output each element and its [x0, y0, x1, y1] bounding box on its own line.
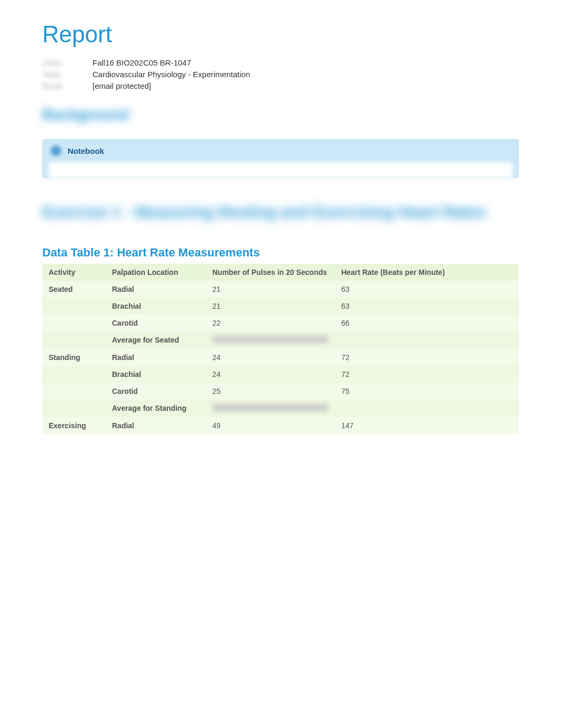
palpation-cell: Carotid [106, 315, 206, 331]
table-row: Brachial2472 [42, 366, 519, 383]
palpation-cell: Average for Seated [106, 331, 206, 349]
table-row: Carotid2575 [42, 383, 519, 400]
bpm-cell [335, 331, 519, 349]
pulses-cell: 25 [206, 383, 335, 400]
bpm-cell: 72 [335, 349, 519, 366]
blurred-value [212, 404, 329, 411]
blurred-value [212, 336, 329, 343]
meta-row-email: Email [email protected] [42, 81, 519, 90]
palpation-cell: Radial [106, 349, 206, 366]
pulses-cell [206, 331, 335, 349]
page-title: Report [42, 21, 519, 48]
activity-cell [42, 315, 106, 331]
pulses-cell: 24 [206, 349, 335, 366]
notebook-body [49, 162, 512, 178]
bpm-cell: 63 [335, 298, 519, 315]
activity-cell [42, 400, 106, 417]
table-row: Average for Standing [42, 400, 519, 417]
notebook-icon [51, 145, 61, 156]
palpation-cell: Radial [106, 281, 206, 298]
table-header-row: Activity Palpation Location Number of Pu… [42, 264, 519, 281]
palpation-cell: Carotid [106, 383, 206, 400]
table-row: SeatedRadial2163 [42, 281, 519, 298]
meta-row-class: Class Fall16 BIO202C05 BR-1047 [42, 58, 519, 67]
heart-rate-table: Activity Palpation Location Number of Pu… [42, 264, 519, 434]
meta-row-topic: Topic Cardiovascular Physiology - Experi… [42, 70, 519, 79]
bpm-cell: 63 [335, 281, 519, 298]
table-body: SeatedRadial2163Brachial2163Carotid2266A… [42, 281, 519, 434]
table-row: Carotid2266 [42, 315, 519, 331]
header-activity: Activity [42, 264, 106, 281]
bpm-cell: 75 [335, 383, 519, 400]
header-bpm: Heart Rate (Beats per Minute) [335, 264, 519, 281]
table-row: StandingRadial2472 [42, 349, 519, 366]
bpm-cell: 66 [335, 315, 519, 331]
bpm-cell: 72 [335, 366, 519, 383]
meta-value: [email protected] [92, 81, 151, 90]
activity-cell [42, 331, 106, 349]
palpation-cell: Brachial [106, 366, 206, 383]
header-palpation: Palpation Location [106, 264, 206, 281]
table-title: Data Table 1: Heart Rate Measurements [42, 246, 519, 260]
notebook-title: Notebook [68, 146, 104, 155]
activity-cell [42, 383, 106, 400]
table-row: Average for Seated [42, 331, 519, 349]
activity-cell: Standing [42, 349, 106, 366]
bpm-cell [335, 400, 519, 417]
palpation-cell: Brachial [106, 298, 206, 315]
header-pulses: Number of Pulses in 20 Seconds [206, 264, 335, 281]
activity-cell [42, 366, 106, 383]
pulses-cell: 49 [206, 417, 335, 434]
meta-label: Topic [42, 70, 92, 79]
pulses-cell: 22 [206, 315, 335, 331]
pulses-cell: 21 [206, 281, 335, 298]
exercise-heading: Exercise 1 - Measuring Resting and Exerc… [42, 199, 519, 225]
pulses-cell [206, 400, 335, 417]
notebook-header[interactable]: Notebook [42, 139, 519, 162]
table-row: Brachial2163 [42, 298, 519, 315]
meta-value: Cardiovascular Physiology - Experimentat… [92, 70, 250, 79]
pulses-cell: 21 [206, 298, 335, 315]
activity-cell [42, 298, 106, 315]
meta-value: Fall16 BIO202C05 BR-1047 [92, 58, 191, 67]
meta-label: Class [42, 58, 92, 67]
palpation-cell: Radial [106, 417, 206, 434]
meta-label: Email [42, 81, 92, 90]
activity-cell: Seated [42, 281, 106, 298]
background-heading: Background [42, 106, 519, 123]
meta-section: Class Fall16 BIO202C05 BR-1047 Topic Car… [42, 58, 519, 90]
activity-cell: Exercising [42, 417, 106, 434]
palpation-cell: Average for Standing [106, 400, 206, 417]
notebook-box: Notebook [42, 139, 519, 178]
pulses-cell: 24 [206, 366, 335, 383]
table-row: ExercisingRadial49147 [42, 417, 519, 434]
bpm-cell: 147 [335, 417, 519, 434]
